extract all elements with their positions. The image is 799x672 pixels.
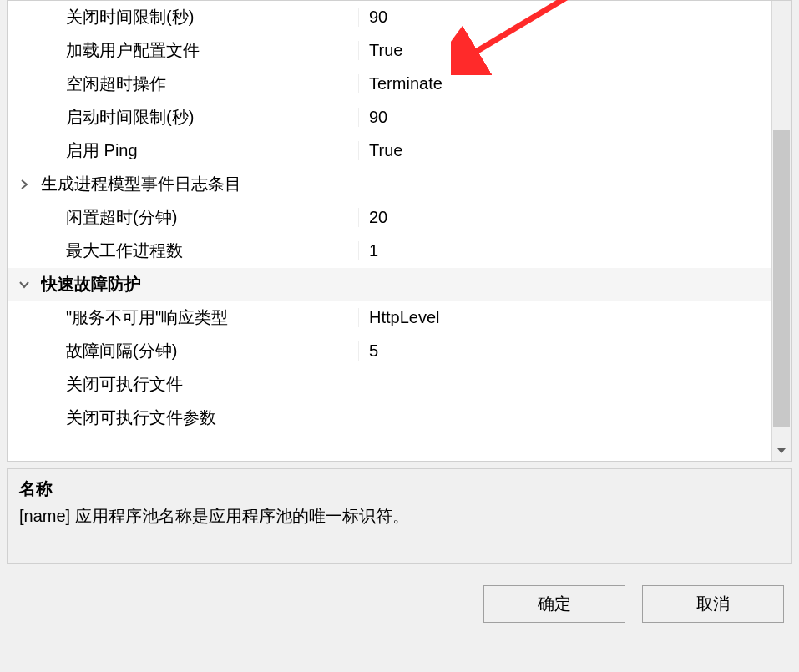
property-label: 生成进程模型事件日志条目 bbox=[41, 173, 358, 195]
property-value[interactable]: True bbox=[358, 41, 791, 60]
scrollbar-down-arrow[interactable] bbox=[773, 442, 790, 459]
vertical-scrollbar[interactable] bbox=[771, 1, 791, 461]
property-value[interactable]: 5 bbox=[358, 341, 791, 361]
property-row[interactable]: 空闲超时操作Terminate bbox=[8, 68, 791, 101]
property-value[interactable]: HttpLevel bbox=[358, 308, 791, 327]
property-row[interactable]: 闲置超时(分钟)20 bbox=[8, 201, 791, 235]
property-row[interactable]: "服务不可用"响应类型HttpLevel bbox=[8, 301, 791, 335]
property-row[interactable]: 关闭可执行文件 bbox=[8, 368, 791, 402]
property-row[interactable]: 启动时间限制(秒)90 bbox=[8, 101, 791, 134]
property-label: "服务不可用"响应类型 bbox=[41, 306, 358, 329]
property-label: 闲置超时(分钟) bbox=[41, 206, 358, 229]
property-value[interactable]: True bbox=[358, 141, 791, 160]
property-row[interactable]: 最大工作进程数1 bbox=[8, 235, 791, 268]
property-label: 最大工作进程数 bbox=[41, 240, 358, 262]
svg-marker-2 bbox=[777, 448, 786, 453]
chevron-down-icon[interactable] bbox=[8, 280, 41, 289]
cancel-button[interactable]: 取消 bbox=[642, 585, 784, 623]
property-row[interactable]: 加载用户配置文件True bbox=[8, 34, 791, 68]
help-description: [name] 应用程序池名称是应用程序池的唯一标识符。 bbox=[19, 505, 780, 528]
property-label: 启用 Ping bbox=[41, 139, 358, 162]
ok-button[interactable]: 确定 bbox=[483, 585, 625, 623]
property-category[interactable]: 快速故障防护 bbox=[8, 268, 791, 301]
property-label: 关闭可执行文件参数 bbox=[41, 407, 358, 429]
help-title: 名称 bbox=[19, 477, 780, 500]
property-label: 启动时间限制(秒) bbox=[41, 106, 358, 129]
property-label: 关闭可执行文件 bbox=[41, 373, 358, 396]
property-value[interactable]: 90 bbox=[358, 8, 791, 27]
property-label: 加载用户配置文件 bbox=[41, 39, 358, 62]
property-row[interactable]: 故障间隔(分钟)5 bbox=[8, 335, 791, 368]
scrollbar-thumb[interactable] bbox=[773, 130, 790, 427]
property-label: 关闭时间限制(秒) bbox=[41, 6, 358, 28]
property-value[interactable]: 1 bbox=[358, 241, 791, 260]
property-value[interactable]: 20 bbox=[358, 208, 791, 227]
property-row[interactable]: 启用 PingTrue bbox=[8, 134, 791, 168]
property-value[interactable]: Terminate bbox=[358, 74, 791, 93]
button-bar: 确定 取消 bbox=[0, 564, 799, 623]
property-label: 快速故障防护 bbox=[41, 273, 358, 296]
property-row[interactable]: 生成进程模型事件日志条目 bbox=[8, 168, 791, 201]
chevron-right-icon[interactable] bbox=[8, 179, 41, 190]
property-row[interactable]: 关闭可执行文件参数 bbox=[8, 402, 791, 435]
property-row[interactable]: 关闭时间限制(秒)90 bbox=[8, 1, 791, 34]
property-label: 故障间隔(分钟) bbox=[41, 340, 358, 362]
help-panel: 名称 [name] 应用程序池名称是应用程序池的唯一标识符。 bbox=[7, 468, 792, 564]
property-grid[interactable]: 关闭时间限制(秒)90加载用户配置文件True空闲超时操作Terminate启动… bbox=[7, 0, 792, 462]
property-label: 空闲超时操作 bbox=[41, 73, 358, 95]
property-value[interactable]: 90 bbox=[358, 108, 791, 127]
